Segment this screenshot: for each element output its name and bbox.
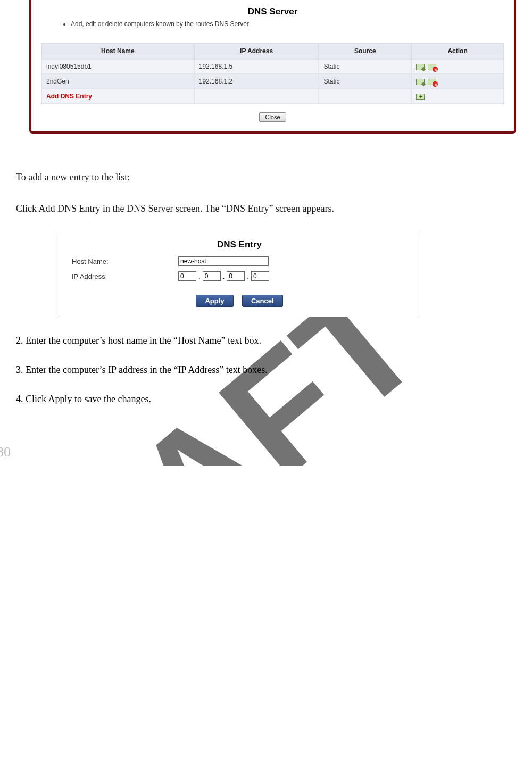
col-hostname: Host Name — [41, 43, 194, 59]
ip-label: IP Address: — [72, 272, 178, 280]
dns-server-panel: DNS Server Add, edit or delete computers… — [29, 0, 516, 134]
page-number: 80 — [0, 444, 11, 460]
cancel-button[interactable]: Cancel — [242, 295, 283, 307]
table-row-add: Add DNS Entry — [41, 89, 504, 104]
dns-server-description: Add, edit or delete computers known by t… — [62, 20, 504, 28]
doc-click-line: Click Add DNS Entry in the DNS Server sc… — [16, 202, 516, 215]
dns-server-table: Host Name IP Address Source Action indyl… — [41, 43, 504, 104]
dns-entry-title: DNS Entry — [72, 239, 407, 250]
doc-step-3: 3. Enter the computer’s IP address in th… — [16, 364, 516, 376]
ip-octet-1[interactable] — [178, 271, 196, 281]
col-ip: IP Address — [194, 43, 319, 59]
add-dns-entry-link[interactable]: Add DNS Entry — [46, 93, 92, 100]
add-icon[interactable] — [416, 94, 425, 100]
hostname-label: Host Name: — [72, 257, 178, 265]
ip-octet-3[interactable] — [227, 271, 245, 281]
ip-octet-2[interactable] — [203, 271, 221, 281]
delete-icon[interactable] — [428, 79, 436, 85]
table-row: indyl080515db1 192.168.1.5 Static — [41, 59, 504, 74]
dns-server-title: DNS Server — [41, 6, 504, 17]
close-button[interactable]: Close — [259, 112, 286, 122]
edit-icon[interactable] — [416, 79, 425, 85]
delete-icon[interactable] — [428, 64, 436, 70]
dns-entry-panel: DNS Entry Host Name: IP Address: ... App… — [59, 234, 420, 317]
col-source: Source — [319, 43, 411, 59]
doc-step-2: 2. Enter the computer’s host name in the… — [16, 335, 516, 346]
table-row: 2ndGen 192.168.1.2 Static — [41, 74, 504, 89]
col-action: Action — [411, 43, 504, 59]
edit-icon[interactable] — [416, 64, 425, 70]
ip-octet-4[interactable] — [251, 271, 269, 281]
apply-button[interactable]: Apply — [196, 295, 233, 307]
doc-step-4: 4. Click Apply to save the changes. — [16, 394, 516, 405]
hostname-input[interactable] — [178, 256, 269, 266]
doc-intro: To add a new entry to the list: — [16, 171, 516, 184]
